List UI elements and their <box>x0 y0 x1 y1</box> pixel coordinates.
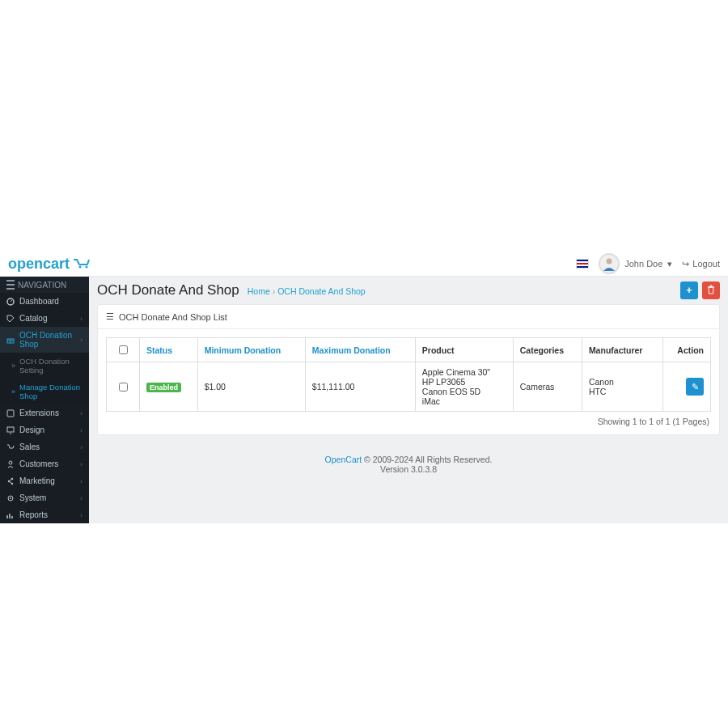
sidebar-item-label: Catalog <box>19 314 47 323</box>
raquo-icon: » <box>11 387 15 396</box>
submenu-item-donation-setting[interactable]: »OCH Donation Setting <box>0 353 89 379</box>
caret-down-icon: ▾ <box>667 259 672 269</box>
col-categories: Categories <box>513 338 582 362</box>
signout-icon: ↪ <box>682 259 689 269</box>
table-row: Enabled $1.00 $11,111.00 Apple Cinema 30… <box>107 362 711 412</box>
edit-button[interactable]: ✎ <box>686 378 704 396</box>
cell-max: $11,111.00 <box>305 362 415 412</box>
user-menu[interactable]: John Doe ▾ <box>599 253 672 274</box>
sidebar-item-marketing[interactable]: Marketing › <box>0 472 89 489</box>
chevron-right-icon: › <box>80 443 83 451</box>
cart-icon <box>6 443 15 451</box>
pagination-info: Showing 1 to 1 of 1 (1 Pages) <box>106 412 711 426</box>
submenu-label: Manage Donation Shop <box>19 383 83 400</box>
sidebar-item-dashboard[interactable]: Dashboard <box>0 293 89 310</box>
sidebar-item-och-donation-shop[interactable]: OCH Donation Shop › <box>0 327 89 353</box>
col-min: Minimum Donation <box>197 338 305 362</box>
nav-title: NAVIGATION <box>0 277 89 293</box>
add-button[interactable]: + <box>680 281 698 299</box>
data-table: Status Minimum Donation Maximum Donation… <box>106 337 711 412</box>
sidebar-item-customers[interactable]: Customers › <box>0 455 89 472</box>
breadcrumb: Home › OCH Donate And Shop <box>248 286 366 296</box>
user-icon <box>6 460 15 468</box>
sort-min[interactable]: Minimum Donation <box>205 345 281 355</box>
panel: ☰ OCH Donate And Shop List Status Minimu… <box>97 304 720 435</box>
hamburger-icon <box>6 280 15 290</box>
sidebar-item-label: Customers <box>19 459 58 468</box>
svg-point-1 <box>86 266 88 269</box>
sidebar-item-label: Reports <box>19 510 48 519</box>
sidebar-item-label: Extensions <box>19 408 59 417</box>
cart-icon <box>73 258 92 269</box>
product-item: Canon EOS 5D <box>422 387 506 396</box>
logo-text: opencart <box>8 256 70 273</box>
gear-icon <box>6 494 15 502</box>
table-header-row: Status Minimum Donation Maximum Donation… <box>107 338 711 362</box>
svg-point-12 <box>10 497 11 499</box>
manufacturer-item: Canon <box>589 377 656 387</box>
sidebar-item-system[interactable]: System › <box>0 489 89 506</box>
chevron-right-icon: › <box>80 460 83 468</box>
svg-rect-5 <box>7 410 14 417</box>
status-badge: Enabled <box>146 383 181 392</box>
sidebar-item-label: Sales <box>19 442 40 451</box>
chevron-right-icon: › <box>80 315 83 323</box>
main-content: OCH Donate And Shop Home › OCH Donate An… <box>89 277 728 523</box>
footer-copy: © 2009-2024 All Rights Reserved. <box>362 455 492 464</box>
breadcrumb-home[interactable]: Home <box>248 286 270 296</box>
sidebar-item-design[interactable]: Design › <box>0 421 89 438</box>
sort-status[interactable]: Status <box>146 345 172 355</box>
flag-icon[interactable] <box>576 259 589 269</box>
chevron-right-icon: › <box>80 409 83 417</box>
product-item: iMac <box>422 396 506 406</box>
sort-max[interactable]: Maximum Donation <box>312 345 391 355</box>
sidebar-item-extensions[interactable]: Extensions › <box>0 404 89 421</box>
raquo-icon: » <box>11 362 15 370</box>
trash-icon <box>707 285 715 297</box>
logo[interactable]: opencart <box>8 256 92 273</box>
chevron-right-icon: › <box>80 336 83 344</box>
select-all-checkbox[interactable] <box>119 345 128 354</box>
delete-button[interactable] <box>702 281 720 299</box>
product-item: HP LP3065 <box>422 377 506 387</box>
chevron-right-icon: › <box>80 511 83 519</box>
list-icon: ☰ <box>106 311 114 322</box>
product-item: Apple Cinema 30" <box>422 367 506 377</box>
col-manufacturer: Manufacturer <box>582 338 662 362</box>
cell-min: $1.00 <box>197 362 305 412</box>
submenu-label: OCH Donation Setting <box>19 357 83 375</box>
sidebar-item-sales[interactable]: Sales › <box>0 438 89 455</box>
svg-rect-6 <box>7 427 14 432</box>
sidebar-item-catalog[interactable]: Catalog › <box>0 310 89 327</box>
cell-manufacturers: Canon HTC <box>582 362 662 412</box>
manufacturer-item: HTC <box>589 387 656 396</box>
sidebar-submenu: »OCH Donation Setting »Manage Donation S… <box>0 353 89 404</box>
svg-point-2 <box>607 259 612 265</box>
nav-title-label: NAVIGATION <box>18 281 66 290</box>
logout-button[interactable]: ↪ Logout <box>682 259 720 269</box>
chart-icon <box>6 511 15 519</box>
sidebar-item-reports[interactable]: Reports › <box>0 506 89 523</box>
monitor-icon <box>6 426 15 434</box>
col-max: Maximum Donation <box>305 338 415 362</box>
footer: OpenCart © 2009-2024 All Rights Reserved… <box>89 443 728 485</box>
sidebar-item-label: Dashboard <box>19 297 59 306</box>
chevron-right-icon: › <box>80 426 83 434</box>
breadcrumb-current[interactable]: OCH Donate And Shop <box>277 286 366 296</box>
blank-top <box>0 0 728 252</box>
chevron-right-icon: › <box>80 477 83 485</box>
share-icon <box>6 477 15 485</box>
footer-link[interactable]: OpenCart <box>325 455 362 464</box>
panel-heading: ☰ OCH Donate And Shop List <box>98 305 719 329</box>
header-bar: opencart John Doe ▾ ↪ Logout <box>0 252 728 277</box>
dashboard-icon <box>6 298 15 306</box>
submenu-item-manage-donation-shop[interactable]: »Manage Donation Shop <box>0 379 89 404</box>
sidebar: NAVIGATION Dashboard Catalog › OCH Donat… <box>0 277 89 523</box>
plus-icon: + <box>686 285 692 296</box>
svg-point-7 <box>9 461 12 464</box>
row-checkbox[interactable] <box>119 383 128 392</box>
avatar-icon <box>599 253 620 274</box>
sidebar-item-label: OCH Donation Shop <box>19 331 80 349</box>
puzzle-icon <box>6 409 15 417</box>
page-title: OCH Donate And Shop <box>97 282 239 298</box>
